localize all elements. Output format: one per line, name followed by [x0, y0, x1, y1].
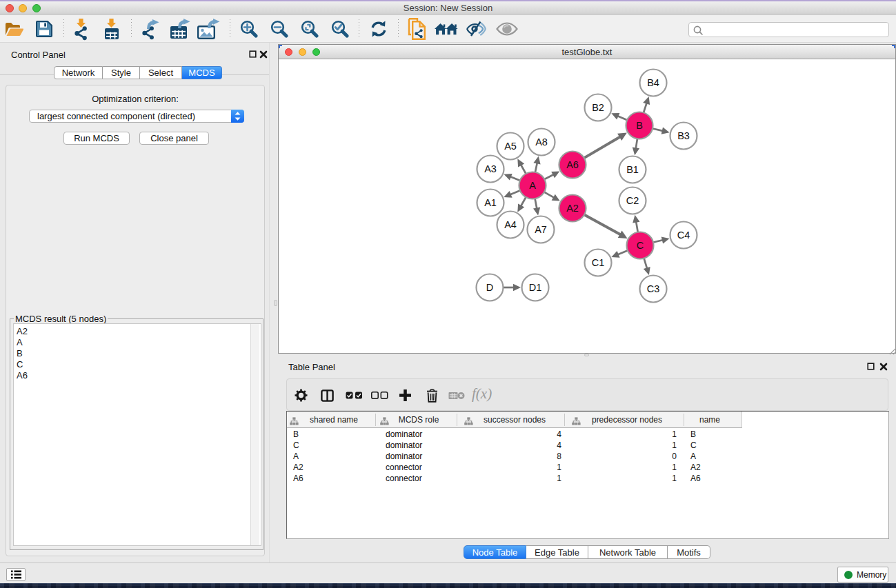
svg-text:B: B	[636, 120, 643, 131]
svg-text:A7: A7	[535, 224, 547, 235]
svg-text:D1: D1	[529, 282, 542, 293]
svg-text:C: C	[637, 240, 644, 251]
svg-text:B1: B1	[626, 164, 639, 175]
svg-text:C4: C4	[677, 230, 690, 241]
svg-text:A5: A5	[504, 141, 517, 152]
svg-text:A: A	[529, 180, 536, 191]
svg-text:B3: B3	[677, 130, 690, 141]
svg-text:A8: A8	[535, 136, 548, 148]
svg-text:A2: A2	[566, 203, 579, 214]
svg-text:C2: C2	[626, 195, 639, 206]
svg-text:B2: B2	[592, 102, 604, 113]
svg-text:D: D	[486, 282, 493, 293]
svg-text:A6: A6	[566, 159, 579, 170]
svg-text:C1: C1	[592, 257, 605, 268]
svg-text:A1: A1	[484, 197, 497, 208]
svg-text:A4: A4	[504, 219, 517, 230]
svg-text:C3: C3	[647, 283, 660, 294]
svg-text:A3: A3	[484, 163, 497, 174]
svg-text:B4: B4	[647, 77, 659, 88]
